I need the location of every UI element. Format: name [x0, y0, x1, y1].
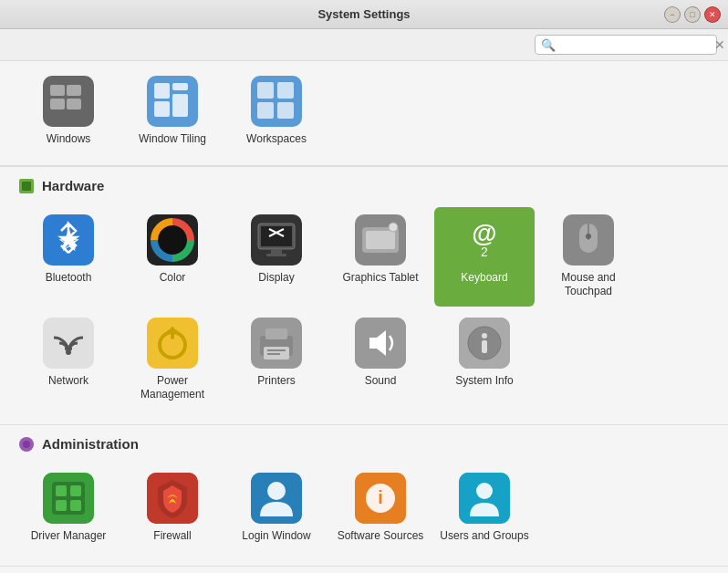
svg-rect-10: [257, 102, 274, 119]
svg-rect-55: [70, 500, 81, 511]
windows-icon: [43, 76, 94, 127]
top-items-grid: Windows Window Tiling Workspaces: [18, 68, 710, 154]
item-driver[interactable]: Driver Manager: [18, 465, 119, 551]
item-firewall[interactable]: Firewall: [122, 465, 223, 551]
item-label-power: Power Management: [128, 374, 217, 402]
svg-text:i: i: [378, 487, 383, 507]
administration-header: Administration: [18, 436, 710, 453]
svg-rect-2: [50, 99, 65, 109]
login-icon: [251, 473, 302, 524]
administration-section: Administration Driver Manager Firewall: [0, 425, 728, 567]
content-area: Windows Window Tiling Workspaces: [0, 61, 728, 573]
titlebar: System Settings − □ ✕: [0, 0, 728, 29]
hardware-header: Hardware: [18, 178, 710, 194]
svg-rect-13: [22, 182, 31, 191]
item-sysinfo[interactable]: System Info: [434, 310, 535, 410]
restore-button[interactable]: □: [684, 6, 701, 23]
svg-point-49: [23, 441, 30, 448]
item-label-software: Software Sources: [338, 529, 424, 544]
svg-rect-4: [154, 83, 170, 99]
power-icon: [147, 318, 198, 369]
bluetooth-icon: ★✯: [43, 214, 94, 266]
item-login[interactable]: Login Window: [226, 465, 327, 551]
item-label-login: Login Window: [242, 529, 310, 544]
svg-rect-21: [266, 254, 286, 256]
svg-text:2: 2: [481, 245, 488, 259]
svg-rect-19: [261, 226, 292, 246]
printers-icon: [251, 318, 302, 369]
item-label-keyboard: Keyboard: [461, 271, 507, 286]
svg-text:@: @: [472, 219, 496, 247]
item-window-tiling[interactable]: Window Tiling: [122, 68, 223, 154]
svg-rect-32: [43, 318, 94, 369]
svg-rect-6: [154, 101, 170, 117]
svg-rect-34: [147, 318, 198, 369]
svg-point-17: [165, 233, 180, 247]
item-users[interactable]: Users and Groups: [434, 465, 535, 551]
administration-items-grid: Driver Manager Firewall Login Window: [18, 465, 710, 551]
workspaces-icon: [251, 76, 302, 127]
svg-rect-11: [277, 102, 294, 119]
sound-icon: [355, 318, 406, 369]
item-printers[interactable]: Printers: [226, 310, 327, 410]
search-container: 🔍 ✕: [535, 35, 717, 55]
hardware-items-grid: ★✯ Bluetooth: [18, 207, 710, 410]
search-input[interactable]: [559, 38, 712, 52]
svg-rect-25: [366, 231, 395, 249]
item-windows[interactable]: Windows: [18, 68, 119, 154]
minimize-button[interactable]: −: [664, 6, 681, 23]
item-label-firewall: Firewall: [153, 529, 191, 544]
administration-section-icon: [18, 436, 35, 453]
users-icon: [459, 473, 510, 524]
svg-rect-38: [265, 328, 287, 339]
svg-rect-5: [172, 83, 188, 90]
item-label-users: Users and Groups: [440, 529, 528, 544]
item-workspaces[interactable]: Workspaces: [226, 68, 327, 154]
search-clear-button[interactable]: ✕: [712, 37, 727, 52]
administration-section-title: Administration: [42, 436, 139, 452]
item-color[interactable]: Color: [122, 207, 223, 307]
item-label-window-tiling: Window Tiling: [139, 132, 206, 147]
window-controls: − □ ✕: [664, 6, 721, 23]
svg-rect-53: [70, 485, 81, 496]
svg-point-63: [476, 483, 493, 499]
item-mouse[interactable]: Mouse and Touchpad: [538, 207, 639, 307]
svg-rect-20: [271, 249, 282, 254]
graphics-tablet-icon: [355, 214, 406, 266]
item-label-driver: Driver Manager: [31, 529, 107, 544]
svg-point-31: [586, 234, 591, 239]
hardware-section-icon: [18, 178, 35, 194]
item-sound[interactable]: Sound: [330, 310, 431, 410]
item-label-sound: Sound: [365, 374, 397, 389]
software-icon: i: [355, 473, 406, 524]
sysinfo-icon: [459, 318, 510, 369]
item-display[interactable]: Display: [226, 207, 327, 307]
display-icon: [251, 214, 302, 266]
item-network[interactable]: Network: [18, 310, 119, 410]
item-software[interactable]: i Software Sources: [330, 465, 431, 551]
item-power[interactable]: Power Management: [122, 310, 223, 410]
item-label-color: Color: [160, 271, 186, 286]
network-icon: [43, 318, 94, 369]
item-label-windows: Windows: [47, 132, 91, 147]
item-graphics-tablet[interactable]: Graphics Tablet: [330, 207, 431, 307]
svg-rect-8: [257, 82, 274, 99]
close-button[interactable]: ✕: [704, 6, 721, 23]
svg-rect-52: [56, 485, 67, 496]
item-label-sysinfo: System Info: [455, 374, 513, 389]
svg-rect-41: [267, 353, 280, 355]
hardware-section-title: Hardware: [42, 178, 104, 193]
item-label-mouse: Mouse and Touchpad: [544, 271, 633, 299]
svg-rect-3: [67, 99, 81, 109]
color-icon: [147, 214, 198, 266]
item-keyboard[interactable]: @2 Keyboard: [434, 207, 535, 307]
item-label-printers: Printers: [257, 374, 295, 389]
main-window: System Settings − □ ✕ 🔍 ✕ Windows: [0, 0, 728, 573]
item-bluetooth[interactable]: ★✯ Bluetooth: [18, 207, 119, 307]
item-label-workspaces: Workspaces: [246, 132, 307, 147]
hardware-section: Hardware ★✯ Bluetooth: [0, 167, 728, 425]
top-row: Windows Window Tiling Workspaces: [0, 61, 728, 167]
svg-point-46: [482, 333, 487, 339]
mouse-icon: [563, 214, 614, 266]
svg-rect-0: [50, 85, 65, 96]
